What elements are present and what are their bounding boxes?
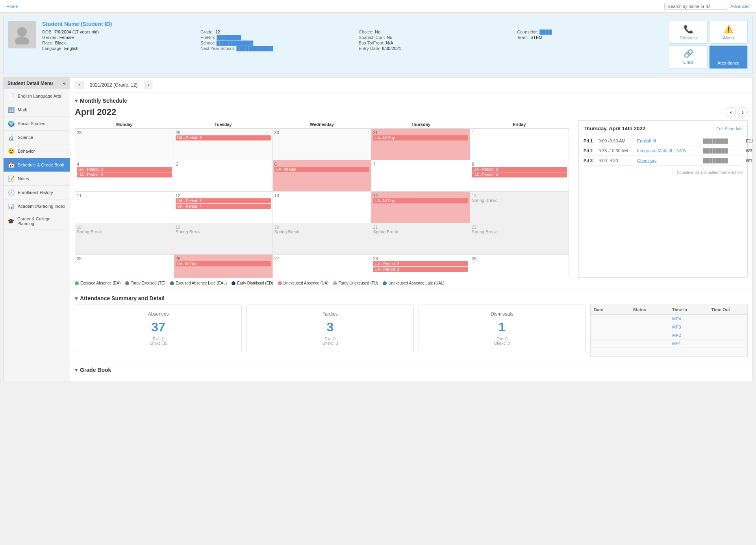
date-mp1 <box>594 341 627 346</box>
pd2-room: W201 <box>746 148 752 153</box>
search-input[interactable] <box>664 3 727 10</box>
cal-cell-5[interactable]: 5 <box>174 160 272 192</box>
cal-date: 26 <box>176 256 180 261</box>
cal-event: UA - Period: 4 <box>176 204 271 209</box>
contacts-label: Contacts <box>680 35 697 40</box>
cal-date: 30 <box>274 130 279 135</box>
cal-event: UA - Period: 4 <box>472 172 567 177</box>
cal-cell-13[interactable]: 13 <box>272 192 371 223</box>
behavior-icon: 😊 <box>7 148 15 155</box>
te-dot <box>125 281 129 285</box>
alerts-button[interactable]: ⚠️ Alerts <box>709 21 748 44</box>
cal-cell-19[interactable]: 19 Spring Break <box>174 223 272 255</box>
mp2-link[interactable]: MP2 <box>672 333 681 338</box>
cal-cell-20[interactable]: 20 Spring Break <box>272 223 371 255</box>
pd1-course-link[interactable]: English III <box>637 139 700 143</box>
sidebar-item-notes[interactable]: 📝 Notes <box>4 172 70 186</box>
home-link[interactable]: Home <box>6 4 18 9</box>
sidebar-item-math[interactable]: 🔢 Math <box>4 103 70 117</box>
sidebar-item-academic[interactable]: 📊 Academic/Grading Index <box>4 200 70 213</box>
calendar-month: April 2022 <box>75 107 116 117</box>
cal-cell-26[interactable]: 26 UA- All Day <box>174 255 272 278</box>
cal-event: UA- All Day <box>176 261 271 266</box>
monthly-schedule-chevron[interactable]: ▾ <box>75 98 78 104</box>
advanced-link[interactable]: Advanced <box>730 4 750 9</box>
year-next-button[interactable]: › <box>144 81 152 89</box>
cal-cell-29[interactable]: 29 <box>470 255 569 278</box>
cal-date: 29 <box>472 256 476 261</box>
sidebar-item-enrollment[interactable]: 🕐 Enrollment History <box>4 186 70 200</box>
sidebar-item-career[interactable]: 🎓 Career & College Planning <box>4 213 70 229</box>
pd3-course-link[interactable]: Chemistry <box>637 158 700 163</box>
full-schedule-link[interactable]: Full Schedule <box>716 126 743 131</box>
next-year-row: Next Year School: ████████████ <box>200 46 352 51</box>
table-row: 25 26 UA- All Day 27 28 UA - Period: 2 <box>75 255 569 278</box>
cal-date: 28 <box>77 130 82 135</box>
status-mp4 <box>633 316 666 321</box>
cal-cell-14[interactable]: 14 UA- All Day <box>371 192 470 223</box>
calendar-table-container[interactable]: Monday Tuesday Wednesday Thursday Friday <box>75 120 569 278</box>
cal-cell-18[interactable]: 18 Spring Break <box>75 223 174 255</box>
absences-number: 37 <box>82 320 235 334</box>
cal-cell-21[interactable]: 21 Spring Break <box>371 223 470 255</box>
cal-cell-4[interactable]: 4 UA - Period: 2 UA - Period: 3 <box>75 160 174 192</box>
cal-cell-29-mar[interactable]: 29 UA - Period: 3 <box>174 129 272 160</box>
cal-cell-28[interactable]: 28 UA - Period: 2 UA - Period: 3 <box>371 255 470 278</box>
contacts-button[interactable]: 📞 Contacts <box>669 21 708 44</box>
calendar-prev-button[interactable]: ‹ <box>726 107 736 117</box>
mp4-link[interactable]: MP4 <box>672 316 681 321</box>
cal-cell-25[interactable]: 25 <box>75 255 174 278</box>
cal-cell-22[interactable]: 22 Spring Break <box>470 223 569 255</box>
cal-cell-28-mar[interactable]: 28 <box>75 129 174 160</box>
absences-exc: Exc: 2 <box>153 337 164 341</box>
sidebar-item-ela[interactable]: 📄 English Language Arts <box>4 89 70 103</box>
links-button[interactable]: 🔗 Links <box>669 45 708 69</box>
sidebar-item-science[interactable]: 🔬 Science <box>4 131 70 144</box>
pd2-course-link[interactable]: Integrated Math III HNRS <box>637 148 700 153</box>
cal-cell-31-mar[interactable]: 31 UA- All Day <box>371 129 470 160</box>
calendar-next-button[interactable]: › <box>737 107 748 117</box>
legend-ea: Excused Absence (EA) <box>75 281 120 285</box>
cal-cell-15[interactable]: 15 Spring Break <box>470 192 569 223</box>
grade-book-chevron[interactable]: ▾ <box>75 367 78 373</box>
table-row: 18 Spring Break 19 Spring Break 20 <box>75 223 569 255</box>
cal-cell-8[interactable]: 8 UA - Period: 2 UA - Period: 4 <box>470 160 569 192</box>
collapse-icon[interactable]: « <box>63 81 66 86</box>
attendance-chevron[interactable]: ▾ <box>75 295 78 301</box>
cal-cell-1-apr[interactable]: 1 <box>470 129 569 160</box>
monthly-schedule-section: ▾ Monthly Schedule April 2022 ‹ › <box>70 93 752 290</box>
detail-row-mp1: MP1 <box>591 340 747 348</box>
timeout-mp1 <box>712 341 745 346</box>
entry-date-value: 8/30/2021 <box>382 46 401 51</box>
ed-label: Early Dismissal (ED) <box>237 281 273 285</box>
links-label: Links <box>683 60 693 65</box>
gender-label: Gender: <box>42 35 58 40</box>
mp3-link[interactable]: MP3 <box>672 325 681 329</box>
year-prev-button[interactable]: ‹ <box>75 81 83 89</box>
cal-cell-27[interactable]: 27 <box>272 255 371 278</box>
cal-event: UA - Period: 3 <box>373 267 468 272</box>
grade-row: Grade: 12 <box>200 30 352 34</box>
table-row: 4 UA - Period: 2 UA - Period: 3 5 6 UA- … <box>75 160 569 192</box>
calendar-table: Monday Tuesday Wednesday Thursday Friday <box>75 120 569 278</box>
col-wednesday: Wednesday <box>272 120 371 129</box>
social-studies-label: Social Studies <box>18 121 45 126</box>
attendance-section-title: ▾ Attendance Summary and Detail <box>75 295 748 301</box>
cal-cell-12[interactable]: 12 UA - Period: 3 UA - Period: 4 <box>174 192 272 223</box>
cal-cell-7[interactable]: 7 <box>371 160 470 192</box>
sidebar-item-schedule[interactable]: 📅 Schedule & Grade Book <box>4 158 70 172</box>
cal-cell-6[interactable]: 6 UA- All Day <box>272 160 371 192</box>
attendance-section: ▾ Attendance Summary and Detail Absences… <box>70 290 752 362</box>
notes-label: Notes <box>18 176 29 181</box>
attendance-button[interactable]: 78% Attendance <box>709 45 748 69</box>
mp1-link[interactable]: MP1 <box>672 341 681 346</box>
absences-unexc: Unexc: 35 <box>150 341 167 345</box>
cal-cell-11[interactable]: 11 <box>75 192 174 223</box>
ual-dot <box>383 281 387 285</box>
dismissals-title: Dismissals <box>425 311 579 317</box>
sidebar-item-social-studies[interactable]: 🌍 Social Studies <box>4 117 70 131</box>
choice-value: No <box>375 30 380 34</box>
grade-label: Grade: <box>200 30 214 34</box>
cal-cell-30-mar[interactable]: 30 <box>272 129 371 160</box>
sidebar-item-behavior[interactable]: 😊 Behavior <box>4 144 70 158</box>
